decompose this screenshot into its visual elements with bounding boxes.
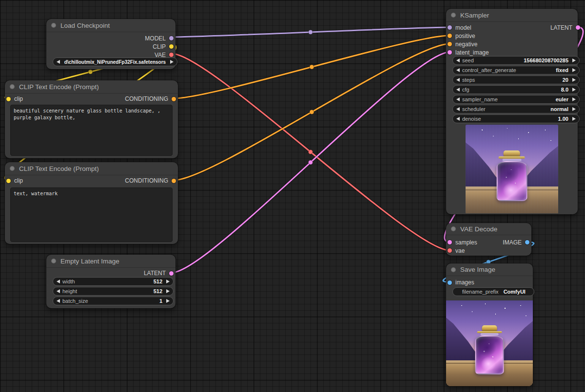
slot-label: LATENT xyxy=(144,270,166,277)
stepper-left-icon[interactable] xyxy=(57,280,60,283)
cfg-widget[interactable]: cfg 8.0 xyxy=(452,85,580,94)
slot-label: positive xyxy=(455,33,475,39)
node-header[interactable]: CLIP Text Encode (Prompt) xyxy=(5,80,178,93)
model-port-icon[interactable] xyxy=(448,25,452,30)
seed-widget[interactable]: seed 156680208700285 xyxy=(452,56,580,65)
node-header[interactable]: CLIP Text Encode (Prompt) xyxy=(5,162,178,175)
clip-port-icon[interactable] xyxy=(169,44,174,49)
stepper-left-icon[interactable] xyxy=(456,117,460,121)
node-save-image[interactable]: Save Image images filename_prefix ComfyU… xyxy=(446,263,533,386)
node-title: VAE Decode xyxy=(460,225,497,233)
stepper-right-icon[interactable] xyxy=(572,58,576,62)
conditioning-port-icon[interactable] xyxy=(448,34,452,38)
image-port-icon[interactable] xyxy=(448,280,452,285)
width-widget[interactable]: width 512 xyxy=(53,277,174,286)
node-title: Save Image xyxy=(460,266,495,273)
latent-port-icon[interactable] xyxy=(448,50,452,55)
stepper-right-icon[interactable] xyxy=(166,289,170,293)
stepper-left-icon[interactable] xyxy=(456,97,460,101)
stepper-left-icon[interactable] xyxy=(456,88,460,92)
node-load-checkpoint[interactable]: Load Checkpoint MODEL CLIP VAE xyxy=(46,19,176,69)
prompt-textarea[interactable]: text, watermark xyxy=(10,187,173,242)
height-widget[interactable]: height 512 xyxy=(53,287,174,296)
node-header[interactable]: VAE Decode xyxy=(446,223,531,235)
conditioning-port-icon[interactable] xyxy=(448,42,452,46)
slot-label: CLIP xyxy=(153,43,166,50)
link-midpoint-dot[interactable] xyxy=(309,160,313,165)
stepper-right-icon[interactable] xyxy=(572,68,576,72)
node-empty-latent-image[interactable]: Empty Latent Image LATENT width 512 heig… xyxy=(46,255,176,308)
stepper-left-icon[interactable] xyxy=(57,299,60,303)
sampler-name-widget[interactable]: sampler_name euler xyxy=(452,95,580,104)
node-header[interactable]: Load Checkpoint xyxy=(46,19,176,32)
node-vae-decode[interactable]: VAE Decode samples IMAGE vae xyxy=(446,223,531,256)
ckpt-name-widget[interactable]: d\chilloutmix_NiPrunedFp32Fix.safetensor… xyxy=(53,57,177,66)
vae-port-icon[interactable] xyxy=(448,248,452,253)
scheduler-widget[interactable]: scheduler normal xyxy=(452,105,580,113)
collapse-dot-icon[interactable] xyxy=(10,84,15,89)
input-slot-clip: clip xyxy=(5,95,23,102)
stepper-left-icon[interactable] xyxy=(57,289,60,293)
stepper-right-icon[interactable] xyxy=(572,88,576,92)
output-slot-image: IMAGE xyxy=(503,239,531,246)
node-ksampler[interactable]: KSampler model LATENT positive xyxy=(446,9,578,214)
stepper-right-icon[interactable] xyxy=(166,299,170,303)
denoise-widget[interactable]: denoise 1.00 xyxy=(452,114,580,123)
input-slot-clip: clip xyxy=(5,177,23,184)
node-header[interactable]: Empty Latent Image xyxy=(46,255,176,268)
stepper-left-icon[interactable] xyxy=(456,58,460,62)
stepper-left-icon[interactable] xyxy=(456,107,460,111)
link-midpoint-dot[interactable] xyxy=(309,30,313,35)
stepper-right-icon[interactable] xyxy=(572,97,576,101)
input-slot-vae: vae xyxy=(446,246,531,255)
node-graph-canvas[interactable]: Load Checkpoint MODEL CLIP VAE xyxy=(0,0,585,392)
slot-row: samples IMAGE xyxy=(446,238,531,246)
stepper-left-icon[interactable] xyxy=(456,68,460,72)
node-header[interactable]: Save Image xyxy=(446,263,533,276)
batch-size-widget[interactable]: batch_size 1 xyxy=(53,297,174,305)
slot-label: MODEL xyxy=(145,35,166,42)
latent-port-icon[interactable] xyxy=(169,271,174,276)
collapse-dot-icon[interactable] xyxy=(51,259,56,263)
collapse-dot-icon[interactable] xyxy=(451,13,456,18)
collapse-dot-icon[interactable] xyxy=(451,226,456,231)
stepper-right-icon[interactable] xyxy=(166,280,170,283)
prompt-textarea[interactable]: beautiful scenery nature glass bottle la… xyxy=(10,105,173,156)
node-clip-text-encode-negative[interactable]: CLIP Text Encode (Prompt) clip CONDITION… xyxy=(5,162,178,244)
node-header[interactable]: KSampler xyxy=(446,9,578,22)
filename-prefix-widget[interactable]: filename_prefix ComfyUI xyxy=(452,287,534,296)
stepper-left-icon[interactable] xyxy=(456,78,460,82)
clip-port-icon[interactable] xyxy=(6,179,11,183)
model-port-icon[interactable] xyxy=(169,36,174,40)
node-clip-text-encode-positive[interactable]: CLIP Text Encode (Prompt) clip CONDITION… xyxy=(5,80,178,158)
collapse-dot-icon[interactable] xyxy=(10,166,15,171)
link-midpoint-dot[interactable] xyxy=(88,70,93,74)
conditioning-port-icon[interactable] xyxy=(172,179,176,183)
stepper-right-icon[interactable] xyxy=(572,117,576,121)
steps-widget[interactable]: steps 20 xyxy=(452,75,580,84)
slot-label: clip xyxy=(14,95,23,102)
latent-port-icon[interactable] xyxy=(576,25,580,30)
vae-port-icon[interactable] xyxy=(169,53,174,57)
link-midpoint-dot[interactable] xyxy=(310,110,314,114)
stepper-right-icon[interactable] xyxy=(572,107,576,111)
link-midpoint-dot[interactable] xyxy=(309,150,313,154)
node-title: CLIP Text Encode (Prompt) xyxy=(19,165,99,172)
link-midpoint-dot[interactable] xyxy=(310,65,314,69)
slot-label: model xyxy=(455,24,471,31)
input-slot-samples: samples xyxy=(446,239,477,246)
clip-port-icon[interactable] xyxy=(6,97,11,101)
conditioning-port-icon[interactable] xyxy=(172,97,176,101)
control-after-generate-widget[interactable]: control_after_generate fixed xyxy=(452,66,580,75)
stepper-right-icon[interactable] xyxy=(572,78,576,82)
slot-label: samples xyxy=(455,239,477,246)
collapse-dot-icon[interactable] xyxy=(51,23,56,28)
stepper-left-icon[interactable] xyxy=(57,60,60,64)
output-slot-clip: CLIP xyxy=(46,42,176,51)
image-port-icon[interactable] xyxy=(525,240,529,244)
collapse-dot-icon[interactable] xyxy=(451,267,456,272)
latent-port-icon[interactable] xyxy=(448,240,452,244)
stepper-right-icon[interactable] xyxy=(170,60,174,64)
slot-label: CONDITIONING xyxy=(125,177,168,184)
node-title: Load Checkpoint xyxy=(60,22,110,29)
